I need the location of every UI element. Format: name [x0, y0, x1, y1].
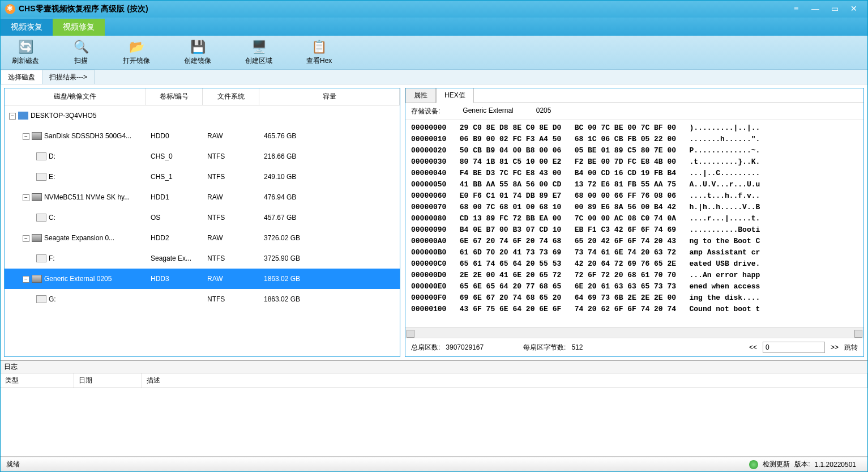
icon-disk-icon — [32, 132, 42, 140]
disk-name: E: — [49, 173, 55, 181]
icon-disk-icon — [32, 193, 42, 201]
tab-video-restore[interactable]: 视频恢复 — [1, 19, 53, 36]
scan-button[interactable]: 🔍扫描 — [67, 37, 95, 68]
create-region-button[interactable]: 🖥️创建区域 — [240, 37, 278, 68]
col-disk[interactable]: 磁盘/镜像文件 — [5, 88, 146, 105]
icon-part-icon — [36, 214, 46, 222]
disk-row[interactable]: −Generic External 0205HDD3RAW1863.02 GB — [5, 269, 400, 289]
menu-icon[interactable]: ≡ — [792, 5, 801, 14]
storage-info: 存储设备: Generic External 0205 — [405, 103, 863, 120]
icon-part-icon — [36, 152, 46, 160]
main-tabs: 视频恢复 视频修复 — [1, 18, 867, 36]
create-image-icon: 💾 — [190, 39, 206, 55]
refresh-icon: 🔄 — [18, 39, 33, 55]
disk-name: C: — [49, 214, 55, 222]
disk-row[interactable]: −DESKTOP-3Q4VHO5 — [5, 105, 400, 126]
disk-row[interactable]: −Seagate Expansion 0...HDD2RAW3726.02 GB — [5, 228, 400, 248]
view-hex-button[interactable]: 📋查看Hex — [301, 37, 337, 68]
globe-icon — [749, 460, 758, 469]
open-image-button[interactable]: 📂打开镜像 — [117, 37, 156, 68]
disk-row[interactable]: C:OSNTFS457.67 GB — [5, 207, 400, 228]
hex-footer: 总扇区数: 3907029167 每扇区字节数: 512 << >> 跳转 — [405, 338, 863, 356]
prev-sector-button[interactable]: << — [749, 343, 757, 351]
window-title: CHS零壹视频恢复程序 高级版 (按次) — [19, 4, 148, 14]
tree-expand-icon[interactable]: − — [23, 276, 29, 283]
disk-name: G: — [49, 295, 56, 303]
next-sector-button[interactable]: >> — [831, 343, 839, 351]
check-update-link[interactable]: 检测更新 — [763, 460, 790, 469]
create-image-button[interactable]: 💾创建镜像 — [178, 37, 217, 68]
close-button[interactable]: ✕ — [849, 5, 858, 14]
tab-video-repair[interactable]: 视频修复 — [53, 19, 105, 36]
hex-viewer[interactable]: 00000000 29 C0 8E D8 8E C0 8E D0 BC 00 7… — [405, 120, 863, 328]
refresh-button[interactable]: 🔄刷新磁盘 — [6, 37, 45, 68]
subtab-select-disk[interactable]: 选择磁盘 — [1, 70, 42, 84]
jump-button[interactable]: 跳转 — [844, 343, 858, 352]
tree-expand-icon[interactable]: − — [23, 194, 29, 201]
storage-id: 0205 — [536, 107, 551, 116]
total-sectors-label: 总扇区数: — [411, 343, 440, 352]
disk-row[interactable]: F:Seagate Ex...NTFS3725.90 GB — [5, 248, 400, 269]
status-ready: 就绪 — [6, 460, 434, 469]
disk-table-header: 磁盘/镜像文件 卷标/编号 文件系统 容量 — [5, 88, 400, 105]
maximize-button[interactable]: ▭ — [830, 5, 839, 14]
disk-row[interactable]: G:NTFS1863.02 GB — [5, 289, 400, 309]
icon-computer-icon — [18, 112, 28, 120]
create-region-icon: 🖥️ — [251, 39, 267, 55]
log-title: 日志 — [1, 361, 867, 373]
disk-name: F: — [49, 254, 55, 262]
col-label[interactable]: 卷标/编号 — [146, 88, 203, 105]
icon-disk-icon — [32, 275, 42, 283]
disk-row[interactable]: E:CHS_1NTFS249.10 GB — [5, 167, 400, 187]
tab-properties[interactable]: 属性 — [405, 88, 436, 103]
hex-scrollbar[interactable] — [405, 328, 863, 338]
icon-disk-icon — [32, 234, 42, 242]
storage-label: 存储设备: — [411, 107, 440, 116]
log-col-date[interactable]: 日期 — [74, 373, 142, 388]
tree-expand-icon[interactable]: − — [23, 235, 29, 242]
disk-name: NVMeBC511 NVMe SK hy... — [44, 193, 130, 201]
version-value: 1.1.20220501 — [815, 461, 856, 469]
storage-name: Generic External — [463, 107, 513, 116]
col-size[interactable]: 容量 — [259, 88, 400, 105]
minimize-button[interactable]: — — [811, 5, 820, 14]
log-panel: 日志 类型 日期 描述 — [1, 360, 867, 457]
subtab-scan-results[interactable]: 扫描结果---> — [42, 70, 95, 84]
sector-input[interactable] — [763, 342, 825, 353]
toolbar: 🔄刷新磁盘 🔍扫描 📂打开镜像 💾创建镜像 🖥️创建区域 📋查看Hex — [1, 36, 867, 70]
disk-name: DESKTOP-3Q4VHO5 — [31, 112, 96, 120]
log-body — [1, 388, 867, 457]
disk-name: Generic External 0205 — [44, 275, 112, 283]
disk-panel: 磁盘/镜像文件 卷标/编号 文件系统 容量 −DESKTOP-3Q4VHO5−S… — [4, 88, 400, 357]
tree-expand-icon[interactable]: − — [9, 113, 16, 120]
icon-part-icon — [36, 173, 46, 181]
tab-hex[interactable]: HEX值 — [436, 88, 474, 103]
log-col-desc[interactable]: 描述 — [142, 373, 867, 388]
disk-name: Seagate Expansion 0... — [44, 234, 114, 242]
sub-tabs: 选择磁盘 扫描结果---> — [1, 70, 867, 84]
tree-expand-icon[interactable]: − — [23, 133, 29, 140]
disk-name: D: — [49, 152, 55, 160]
hex-panel: 属性 HEX值 存储设备: Generic External 0205 0000… — [405, 88, 864, 357]
disk-tree: −DESKTOP-3Q4VHO5−SanDisk SDSSDH3 500G4..… — [5, 105, 400, 356]
statusbar: 就绪 检测更新 版本: 1.1.20220501 — [1, 457, 867, 471]
total-sectors-value: 3907029167 — [446, 343, 484, 351]
disk-row[interactable]: −SanDisk SDSSDH3 500G4...HDD0RAW465.76 G… — [5, 126, 400, 146]
scan-icon: 🔍 — [73, 39, 89, 55]
bytes-per-sector-value: 512 — [571, 343, 583, 351]
icon-part-icon — [36, 254, 46, 262]
col-fs[interactable]: 文件系统 — [203, 88, 259, 105]
hex-icon: 📋 — [311, 39, 327, 55]
disk-row[interactable]: D:CHS_0NTFS216.66 GB — [5, 146, 400, 167]
disk-name: SanDisk SDSSDH3 500G4... — [44, 132, 131, 140]
disk-row[interactable]: −NVMeBC511 NVMe SK hy...HDD1RAW476.94 GB — [5, 187, 400, 207]
log-col-type[interactable]: 类型 — [1, 373, 74, 388]
icon-part-icon — [36, 295, 46, 303]
bytes-per-sector-label: 每扇区字节数: — [523, 343, 566, 352]
app-icon — [5, 4, 15, 14]
version-label: 版本: — [794, 460, 810, 469]
open-image-icon: 📂 — [129, 39, 144, 55]
titlebar: CHS零壹视频恢复程序 高级版 (按次) ≡ — ▭ ✕ — [1, 1, 867, 18]
